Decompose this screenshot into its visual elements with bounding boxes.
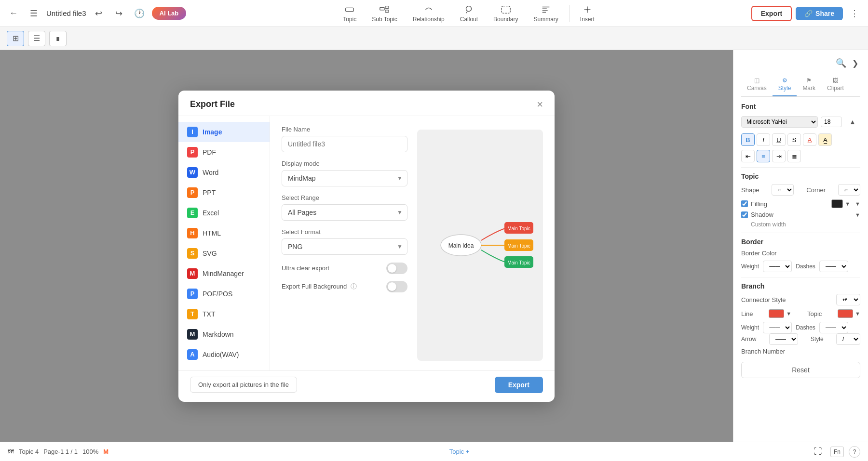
view-outline-button[interactable]: ∎ xyxy=(49,31,67,46)
canvas-tab-icon: ◫ xyxy=(754,77,760,84)
sidebar-item-audio[interactable]: A Audio(WAV) xyxy=(178,344,270,365)
toolbar-boundary[interactable]: Boundary xyxy=(487,2,525,25)
sidebar-item-word[interactable]: W Word xyxy=(178,162,270,183)
shadow-checkbox[interactable] xyxy=(741,211,748,218)
export-action-button[interactable]: Export xyxy=(495,377,543,393)
shadow-arrow[interactable]: ▼ xyxy=(855,212,860,218)
sidebar-item-excel[interactable]: E Excel xyxy=(178,203,270,223)
sidebar-item-html[interactable]: H HTML xyxy=(178,223,270,243)
strikethrough-button[interactable]: S xyxy=(787,133,801,146)
style-select[interactable]: / xyxy=(836,333,860,345)
branch-weight-select[interactable]: —— xyxy=(763,322,792,333)
mark-tab[interactable]: ⚑ Mark xyxy=(797,73,821,96)
sidebar-item-txt[interactable]: T TXT xyxy=(178,304,270,324)
insert-icon xyxy=(582,4,593,15)
topic-add-button[interactable]: Topic + xyxy=(449,448,470,455)
panel-collapse-button[interactable]: ❯ xyxy=(850,57,860,70)
export-bg-toggle[interactable] xyxy=(386,281,407,292)
apps-button[interactable]: ⋮ xyxy=(847,6,862,21)
branch-dashes-select[interactable]: —— xyxy=(819,322,848,333)
mark-tab-icon: ⚑ xyxy=(806,77,812,84)
align-left-button[interactable]: ⇤ xyxy=(741,150,755,162)
map-icon: 🗺 xyxy=(8,448,14,455)
canvas-tab[interactable]: ◫ Canvas xyxy=(741,73,773,96)
view-grid-button[interactable]: ⊞ xyxy=(7,31,24,46)
align-right-button[interactable]: ⇥ xyxy=(772,150,786,162)
share-button[interactable]: 🔗 Share xyxy=(796,7,843,20)
font-size-up-button[interactable]: ▲ xyxy=(845,114,860,130)
toolbar-sub-topic[interactable]: Sub Topic xyxy=(365,2,404,25)
sidebar-item-mindmanager[interactable]: M MindManager xyxy=(178,263,270,284)
connector-style-select[interactable]: ↫ → xyxy=(836,294,860,305)
toolbar-relationship[interactable]: Relationship xyxy=(406,2,451,25)
undo-button[interactable]: ↩ xyxy=(91,6,107,21)
filling-checkbox[interactable] xyxy=(741,200,748,207)
branch-number-label: Branch Number xyxy=(741,348,860,355)
sidebar-item-pof[interactable]: P POF/POS xyxy=(178,284,270,304)
redo-button[interactable]: ↪ xyxy=(111,6,127,21)
style-tab[interactable]: ⚙ Style xyxy=(773,73,797,96)
bold-button[interactable]: B xyxy=(741,133,755,146)
svg-text:Main Idea: Main Idea xyxy=(448,242,474,249)
branch-line-color-swatch[interactable] xyxy=(769,309,784,318)
sidebar-item-image[interactable]: I Image xyxy=(178,122,270,142)
ultra-clear-toggle[interactable] xyxy=(386,263,407,274)
branch-line-color-arrow[interactable]: ▼ xyxy=(786,311,791,316)
history-button[interactable]: 🕐 xyxy=(132,6,147,21)
filling-color-swatch[interactable] xyxy=(831,199,843,208)
back-button[interactable]: ← xyxy=(6,6,21,21)
sidebar-item-ppt[interactable]: P PPT xyxy=(178,183,270,203)
italic-button[interactable]: I xyxy=(757,133,770,146)
clipart-tab[interactable]: 🖼 Clipart xyxy=(821,73,850,96)
select-format-select[interactable]: PNG JPG SVG WEBP xyxy=(282,238,407,255)
svg-text:Main Topic: Main Topic xyxy=(507,226,530,231)
panel-search-button[interactable]: 🔍 xyxy=(832,56,850,70)
fullscreen-button[interactable]: ⛶ xyxy=(810,444,826,460)
reset-button[interactable]: Reset xyxy=(741,362,860,378)
canvas-area[interactable]: Export File × I Image P PDF xyxy=(0,50,733,442)
select-range-select[interactable]: All Pages Current Page Selected xyxy=(282,204,407,221)
modal-close-button[interactable]: × xyxy=(537,99,543,110)
toolbar-insert[interactable]: Insert xyxy=(573,2,601,25)
font-family-select[interactable]: Microsoft YaHei xyxy=(741,116,818,128)
help-button[interactable]: ? xyxy=(849,446,860,458)
arrow-style-row: Arrow —— Style / xyxy=(741,333,860,345)
align-justify-button[interactable]: ≣ xyxy=(787,150,801,162)
border-color-row: Border Color xyxy=(741,250,860,257)
export-bg-help-icon: ⓘ xyxy=(351,283,357,290)
branch-topic-color-group: ▼ xyxy=(838,309,860,318)
font-color-button[interactable]: A xyxy=(803,133,816,146)
arrow-select[interactable]: —— xyxy=(769,333,798,345)
fn-button[interactable]: Fn xyxy=(830,447,844,457)
filling-extra-arrow[interactable]: ▼ xyxy=(855,201,860,207)
right-panel: 🔍 ❯ ◫ Canvas ⚙ Style ⚑ Mark 🖼 Clipart Fo… xyxy=(733,50,868,442)
underline-button[interactable]: U xyxy=(772,133,786,146)
ai-lab-button[interactable]: AI Lab xyxy=(152,7,187,20)
file-name-input[interactable] xyxy=(282,136,407,152)
filling-color-arrow[interactable]: ▼ xyxy=(845,201,850,207)
toolbar-topic[interactable]: Topic xyxy=(336,2,363,25)
border-dashes-select[interactable]: —— xyxy=(819,261,848,272)
modal-body: I Image P PDF W Word P P xyxy=(178,116,555,370)
only-export-pictures-button[interactable]: Only export all pictures in the file xyxy=(190,377,297,393)
toolbar-callout[interactable]: Callout xyxy=(453,2,485,25)
toolbar-summary[interactable]: Summary xyxy=(527,2,565,25)
highlight-button[interactable]: A̲ xyxy=(818,133,832,146)
sidebar-item-svg[interactable]: S SVG xyxy=(178,243,270,263)
branch-topic-color-swatch[interactable] xyxy=(838,309,853,318)
sidebar-item-pdf[interactable]: P PDF xyxy=(178,142,270,162)
display-mode-select[interactable]: MindMap Outline Gantt xyxy=(282,170,407,186)
modal-form: File Name Display mode MindMap Outline xyxy=(270,116,555,370)
font-size-input[interactable] xyxy=(821,117,842,127)
svg-point-4 xyxy=(466,6,472,11)
corner-select[interactable]: ⌐ ○ xyxy=(838,184,860,196)
border-weight-select[interactable]: —— xyxy=(763,261,792,272)
branch-topic-color-arrow[interactable]: ▼ xyxy=(855,311,860,316)
export-button[interactable]: Export xyxy=(751,6,792,21)
select-range-label: Select Range xyxy=(282,194,407,201)
menu-button[interactable]: ☰ xyxy=(26,6,41,21)
view-list-button[interactable]: ☰ xyxy=(28,31,45,46)
align-center-button[interactable]: ≡ xyxy=(757,150,770,162)
shape-select[interactable]: ○ □ xyxy=(772,184,794,196)
sidebar-item-markdown[interactable]: M Markdown xyxy=(178,324,270,344)
